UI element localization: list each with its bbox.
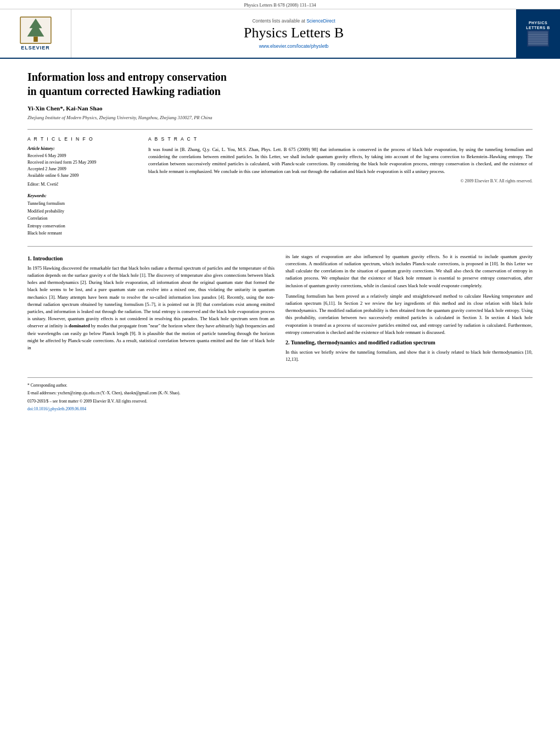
keyword-3: Correlation [27, 215, 137, 222]
keyword-5: Black hole remnant [27, 230, 137, 237]
footnote-area: * Corresponding author. E-mail addresses… [27, 377, 533, 412]
section1-para3: Tunneling formulism has been proved as a… [285, 293, 533, 336]
section1-para1: In 1975 Hawking discovered the remarkabl… [27, 265, 275, 352]
footnote-doi: doi:10.1016/j.physletb.2009.06.004 [27, 406, 533, 412]
badge-graphic-icon [527, 30, 549, 47]
abstract-copyright: © 2009 Elsevier B.V. All rights reserved… [148, 178, 533, 183]
keyword-1: Tunneling formulism [27, 200, 137, 208]
footnote-star: * Corresponding author. [27, 382, 533, 388]
elsevier-banner: ELSEVIER Contents lists available at Sci… [0, 9, 560, 59]
body-col-left: 1. Introduction In 1975 Hawking discover… [27, 253, 275, 366]
keywords-section: Keywords: Tunneling formulism Modified p… [27, 193, 137, 237]
keyword-2: Modified probability [27, 208, 137, 215]
elsevier-logo-box: ELSEVIER [0, 9, 71, 58]
contents-line: Contents lists available at ScienceDirec… [252, 18, 335, 24]
doi-link[interactable]: doi:10.1016/j.physletb.2009.06.004 [27, 406, 86, 411]
available-date: Available online 6 June 2009 [27, 172, 137, 179]
article-info-col: A R T I C L E I N F O Article history: R… [27, 136, 137, 237]
journal-badge-box: PHYSICS LETTERS B [516, 9, 560, 58]
footnote-issn: 0370-2693/$ – see front matter © 2009 El… [27, 398, 533, 404]
authors: Yi-Xin Chen*, Kai-Nan Shao [27, 105, 533, 111]
affiliation: Zhejiang Institute of Modern Physics, Zh… [27, 115, 533, 120]
editor: Editor: M. Cvetič [27, 181, 137, 188]
elsevier-tree-icon [19, 16, 52, 44]
section2-intro: In this section we briefly review the tu… [285, 349, 533, 363]
abstract-label: A B S T R A C T [148, 136, 533, 142]
keywords-label: Keywords: [27, 193, 137, 198]
article-title: Information loss and entropy conservatio… [27, 70, 533, 98]
banner-center: Contents lists available at ScienceDirec… [71, 9, 516, 58]
received-date: Received 6 May 2009 [27, 153, 137, 159]
section2-heading: 2. Tunneling, thermodynamics and modifie… [285, 339, 533, 345]
footnote-email: E-mail addresses: yxchen@zimp.zju.edu.cn… [27, 390, 533, 396]
article-info-label: A R T I C L E I N F O [27, 136, 137, 142]
body-content: 1. Introduction In 1975 Hawking discover… [27, 253, 533, 366]
section1-heading: 1. Introduction [27, 255, 275, 261]
divider-2 [27, 246, 533, 247]
journal-citation: Physics Letters B 678 (2008) 131–134 [244, 2, 316, 8]
journal-badge: PHYSICS LETTERS B [522, 14, 555, 53]
body-col-right: its late stages of evaporation are also … [285, 253, 533, 366]
badge-text: PHYSICS LETTERS B [522, 20, 555, 30]
main-content: Information loss and entropy conservatio… [0, 59, 560, 425]
abstract-text: It was found in [B. Zhang, Q.y. Cai, L. … [148, 146, 533, 175]
journal-top-bar: Physics Letters B 678 (2008) 131–134 [0, 0, 560, 9]
article-history: Article history: Received 6 May 2009 Rec… [27, 146, 137, 188]
history-label: Article history: [27, 146, 137, 151]
divider-1 [27, 129, 533, 130]
svg-rect-2 [33, 37, 38, 42]
elsevier-wordmark: ELSEVIER [19, 45, 52, 51]
article-info-abstract: A R T I C L E I N F O Article history: R… [27, 136, 533, 237]
elsevier-logo: ELSEVIER [19, 16, 52, 51]
journal-url: www.elsevier.com/locate/physletb [259, 43, 329, 49]
journal-title: Physics Letters B [244, 25, 344, 41]
section1-para2: its late stages of evaporation are also … [285, 253, 533, 289]
keyword-4: Entropy conservation [27, 222, 137, 230]
received-revised-date: Received in revised form 25 May 2009 [27, 159, 137, 166]
abstract-col: A B S T R A C T It was found in [B. Zhan… [148, 136, 533, 237]
sciencedirect-link[interactable]: ScienceDirect [306, 18, 335, 24]
accepted-date: Accepted 2 June 2009 [27, 166, 137, 172]
